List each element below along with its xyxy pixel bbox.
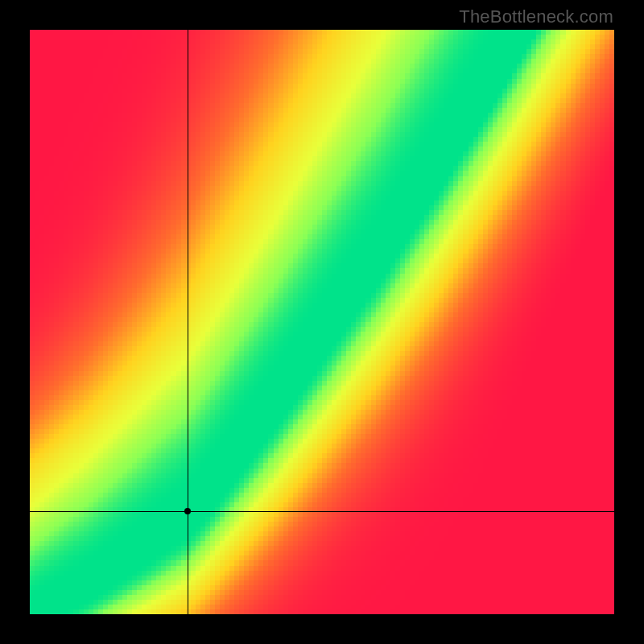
heatmap-canvas [30, 30, 614, 614]
heatmap-plot [30, 30, 614, 614]
crosshair-horizontal [30, 511, 614, 512]
marked-point [184, 508, 191, 514]
chart-container: TheBottleneck.com [0, 0, 644, 644]
crosshair-vertical [188, 30, 188, 614]
watermark-text: TheBottleneck.com [459, 6, 613, 27]
